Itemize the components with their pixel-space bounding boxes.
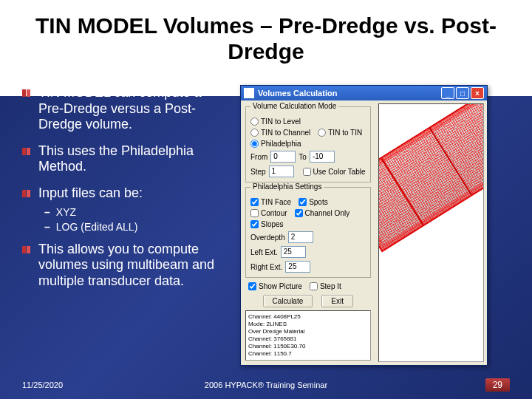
radio-tin-level[interactable]: TIN to Level bbox=[250, 117, 301, 126]
svg-rect-2 bbox=[22, 148, 26, 155]
use-color-check[interactable]: Use Color Table bbox=[303, 168, 366, 176]
from-label: From bbox=[250, 153, 267, 161]
svg-rect-0 bbox=[22, 89, 26, 97]
check-contour[interactable]: Contour bbox=[250, 209, 287, 217]
svg-rect-4 bbox=[22, 190, 26, 197]
bullet-item: Input files can be: bbox=[22, 185, 229, 202]
philly-group: Philadelphia Settings TIN Face Spots Con… bbox=[245, 187, 371, 278]
check-spots[interactable]: Spots bbox=[299, 198, 328, 206]
sub-bullet-text: LOG (Edited ALL) bbox=[56, 221, 138, 233]
check-tin-face[interactable]: TIN Face bbox=[250, 198, 291, 206]
close-button[interactable]: × bbox=[471, 87, 484, 99]
from-input[interactable]: 0 bbox=[270, 151, 296, 163]
bullet-item: This allows you to compute volumes using… bbox=[22, 242, 229, 290]
svg-rect-7 bbox=[27, 246, 30, 253]
bullet-text: TIN MODEL can compute a Pre-Dredge versu… bbox=[38, 85, 229, 133]
group-legend: Volume Calculation Mode bbox=[250, 102, 338, 110]
bullet-text: This uses the Philadelphia Method. bbox=[38, 143, 229, 175]
right-ext-input[interactable]: 25 bbox=[285, 261, 310, 273]
right-ext-label: Right Ext. bbox=[250, 263, 282, 271]
show-picture-check[interactable]: Show Picture bbox=[248, 282, 302, 290]
sub-bullet-text: XYZ bbox=[56, 206, 76, 218]
dialog-title: Volumes Calculation bbox=[258, 89, 337, 98]
svg-rect-6 bbox=[22, 246, 26, 253]
radio-philadelphia[interactable]: Philadelphia bbox=[250, 140, 301, 148]
bullet-icon bbox=[22, 245, 34, 255]
svg-rect-1 bbox=[27, 89, 30, 97]
bullet-list: TIN MODEL can compute a Pre-Dredge versu… bbox=[22, 85, 229, 366]
dialog-titlebar[interactable]: ▲ Volumes Calculation _ □ × bbox=[241, 86, 487, 100]
maximize-button[interactable]: □ bbox=[456, 87, 469, 99]
calculate-button[interactable]: Calculate bbox=[263, 295, 313, 307]
group-legend: Philadelphia Settings bbox=[250, 183, 324, 191]
to-label: To bbox=[299, 153, 307, 161]
minimize-button[interactable]: _ bbox=[441, 87, 454, 99]
survey-strip-graphic bbox=[378, 103, 484, 253]
svg-rect-5 bbox=[27, 190, 30, 197]
footer-center: 2006 HYPACK® Training Seminar bbox=[0, 381, 532, 389]
check-chan-only[interactable]: Channel Only bbox=[295, 209, 350, 217]
overdepth-input[interactable]: 2 bbox=[288, 231, 313, 243]
bullet-icon bbox=[22, 146, 34, 157]
bullet-item: TIN MODEL can compute a Pre-Dredge versu… bbox=[22, 85, 229, 133]
preview-pane bbox=[378, 103, 484, 362]
exit-button[interactable]: Exit bbox=[321, 295, 353, 307]
sub-bullet-item: – LOG (Edited ALL) bbox=[44, 221, 229, 233]
footer-page: 29 bbox=[485, 378, 510, 392]
radio-tin-channel[interactable]: TIN to Channel bbox=[250, 129, 310, 137]
calc-mode-group: Volume Calculation Mode TIN to Level TIN… bbox=[245, 106, 371, 183]
bullet-item: This uses the Philadelphia Method. bbox=[22, 143, 229, 175]
info-panel: Channel: 4408PL25 Mode: 2LINES Over Dred… bbox=[245, 310, 371, 361]
dash-icon: – bbox=[44, 206, 50, 218]
slide-title: TIN MODEL Volumes – Pre-Dredge vs. Post-… bbox=[22, 7, 510, 70]
check-slopes[interactable]: Slopes bbox=[250, 220, 284, 228]
bullet-icon bbox=[22, 88, 34, 98]
step-input[interactable]: 1 bbox=[269, 166, 294, 177]
svg-rect-3 bbox=[27, 148, 30, 155]
step-label: Step bbox=[250, 168, 266, 176]
bullet-icon bbox=[22, 188, 34, 199]
bullet-text: Input files can be: bbox=[38, 185, 143, 202]
left-ext-label: Left Ext. bbox=[250, 248, 278, 256]
dash-icon: – bbox=[44, 221, 50, 233]
sub-bullet-item: – XYZ bbox=[44, 206, 229, 218]
step-it-check[interactable]: Step It bbox=[310, 282, 341, 290]
bullet-text: This allows you to compute volumes using… bbox=[38, 242, 229, 290]
overdepth-label: Overdepth bbox=[250, 233, 285, 242]
app-icon: ▲ bbox=[244, 88, 254, 98]
left-ext-input[interactable]: 25 bbox=[281, 246, 306, 258]
volumes-dialog: ▲ Volumes Calculation _ □ × Volume Calcu… bbox=[240, 85, 488, 366]
radio-tin-tin[interactable]: TIN to TIN bbox=[318, 129, 362, 137]
to-input[interactable]: -10 bbox=[310, 151, 335, 163]
